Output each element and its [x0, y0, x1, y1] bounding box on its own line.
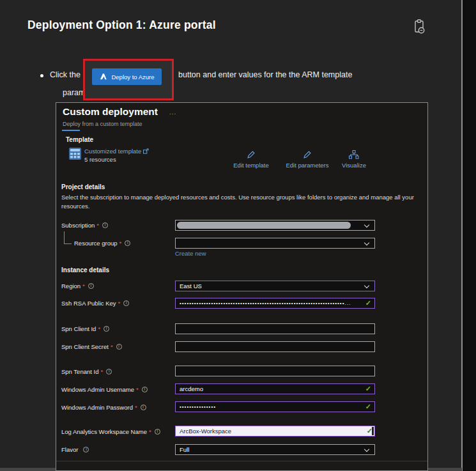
info-icon[interactable] — [83, 447, 89, 452]
create-new-link[interactable]: Create new — [175, 250, 206, 257]
pencil-icon — [247, 150, 256, 159]
info-icon[interactable] — [88, 283, 94, 289]
chevron-down-icon — [364, 283, 369, 288]
template-resource-count: 5 resources — [84, 156, 116, 163]
required-asterisk: * — [111, 343, 113, 350]
right-gutter — [463, 0, 476, 471]
deploy-button-label: Deploy to Azure — [111, 73, 154, 81]
redacted-value — [177, 222, 351, 229]
region-value: East US — [180, 282, 202, 290]
template-grid-icon — [69, 148, 81, 162]
annotation-highlight-box: Deploy to Azure — [83, 59, 174, 100]
bullet-text-prefix: Click the — [50, 70, 81, 79]
info-icon[interactable] — [104, 326, 109, 332]
resource-group-dropdown[interactable] — [175, 238, 375, 249]
info-icon[interactable] — [141, 405, 146, 410]
info-icon[interactable] — [155, 429, 160, 435]
required-asterisk: * — [100, 368, 103, 375]
section-template: Template — [66, 136, 93, 143]
windows-admin-username-label: Windows Admin Username* — [61, 386, 148, 393]
required-asterisk: * — [96, 222, 99, 229]
copy-link-button[interactable] — [412, 19, 427, 35]
azure-logo-icon — [99, 73, 107, 81]
spn-client-secret-input[interactable] — [175, 341, 375, 352]
info-icon[interactable] — [125, 240, 130, 246]
section-instance-details: Instance details — [61, 266, 109, 274]
required-asterisk: * — [136, 386, 139, 393]
subscription-dropdown[interactable] — [175, 220, 375, 231]
edit-template-label: Edit template — [233, 162, 268, 169]
portal-title: Custom deployment — [63, 106, 158, 118]
info-icon[interactable] — [123, 300, 129, 306]
info-icon[interactable] — [142, 387, 148, 392]
windows-admin-username-value: arcdemo — [180, 385, 203, 392]
deploy-to-azure-button[interactable]: Deploy to Azure — [92, 68, 162, 85]
resource-group-label: Resource group* — [74, 240, 130, 247]
org-chart-icon — [349, 150, 359, 159]
windows-admin-username-input[interactable]: arcdemo ✓ — [175, 383, 375, 394]
visualize-button[interactable]: Visualize — [325, 150, 383, 169]
customized-template-label: Customized template — [84, 148, 141, 155]
required-asterisk: * — [135, 404, 137, 411]
spn-client-secret-label: Spn Client Secret* — [61, 343, 122, 350]
windows-admin-password-label: Windows Admin Password* — [61, 404, 146, 411]
clipboard-copy-icon — [412, 19, 427, 35]
required-asterisk: * — [119, 240, 122, 247]
ssh-key-input[interactable]: ••••••••••••••••••••••••••••••••••••••••… — [175, 298, 375, 309]
portal-subtitle: Deploy from a custom template — [63, 121, 142, 127]
ssh-key-value: ••••••••••••••••••••••••••••••••••••••••… — [180, 300, 366, 306]
external-link-icon — [143, 148, 149, 154]
log-analytics-workspace-value: ArcBox-Workspace — [180, 428, 231, 435]
form-footer-divider — [56, 461, 427, 461]
spn-client-id-input[interactable] — [175, 323, 375, 334]
field-connector — [64, 243, 72, 244]
valid-check-icon: ✓ — [365, 299, 371, 307]
required-asterisk: * — [82, 282, 85, 290]
field-connector — [64, 231, 65, 244]
spn-client-id-label: Spn Client Id* — [61, 325, 109, 332]
chevron-down-icon — [364, 240, 369, 245]
customized-template-link[interactable]: Customized template — [84, 148, 149, 155]
chevron-down-icon — [364, 447, 369, 452]
edit-template-button[interactable]: Edit template — [222, 150, 280, 169]
log-analytics-workspace-input[interactable]: ArcBox-Workspace ✓ — [175, 426, 375, 436]
region-dropdown[interactable]: East US — [175, 281, 375, 291]
bullet-text-suffix: button and enter values for the the ARM … — [178, 70, 352, 79]
spn-tenant-id-label: Spn Tenant Id* — [61, 368, 112, 375]
windows-admin-password-value: ••••••••••••••• — [180, 404, 366, 410]
required-asterisk: * — [98, 325, 100, 332]
portal-screenshot: Custom deployment ... Deploy from a cust… — [56, 102, 428, 471]
flavor-value: Full — [180, 446, 189, 453]
required-asterisk: * — [118, 300, 121, 307]
info-icon[interactable] — [102, 222, 108, 228]
log-analytics-workspace-label: Log Analytics Workspace Name* — [61, 428, 160, 435]
edit-parameters-label: Edit parameters — [286, 162, 328, 169]
region-label: Region* — [61, 282, 94, 290]
chevron-down-icon — [364, 222, 369, 228]
bullet-marker — [40, 74, 43, 77]
page: { "header": { "title": "Deployment Optio… — [0, 0, 476, 471]
section-project-details: Project details — [61, 183, 105, 190]
spn-tenant-id-input[interactable] — [175, 366, 375, 376]
subscription-label: Subscription* — [61, 222, 108, 229]
info-icon[interactable] — [106, 369, 112, 374]
flavor-dropdown[interactable]: Full — [175, 444, 375, 455]
info-icon[interactable] — [116, 344, 122, 350]
valid-check-icon: ✓ — [365, 403, 371, 411]
project-details-description: Select the subscription to manage deploy… — [61, 193, 414, 211]
accent-underline — [62, 130, 80, 131]
valid-check-icon: ✓ — [367, 427, 372, 435]
ssh-key-label: Ssh RSA Public Key* — [61, 300, 129, 307]
required-asterisk: * — [149, 428, 151, 435]
valid-check-icon: ✓ — [365, 385, 371, 393]
page-title: Deployment Option 1: Azure portal — [27, 19, 216, 32]
windows-admin-password-input[interactable]: ••••••••••••••• ✓ — [175, 401, 375, 412]
pencil-icon — [303, 150, 312, 159]
visualize-label: Visualize — [342, 162, 366, 169]
flavor-label: Flavor — [61, 446, 89, 453]
overflow-menu-button[interactable]: ... — [169, 109, 176, 116]
